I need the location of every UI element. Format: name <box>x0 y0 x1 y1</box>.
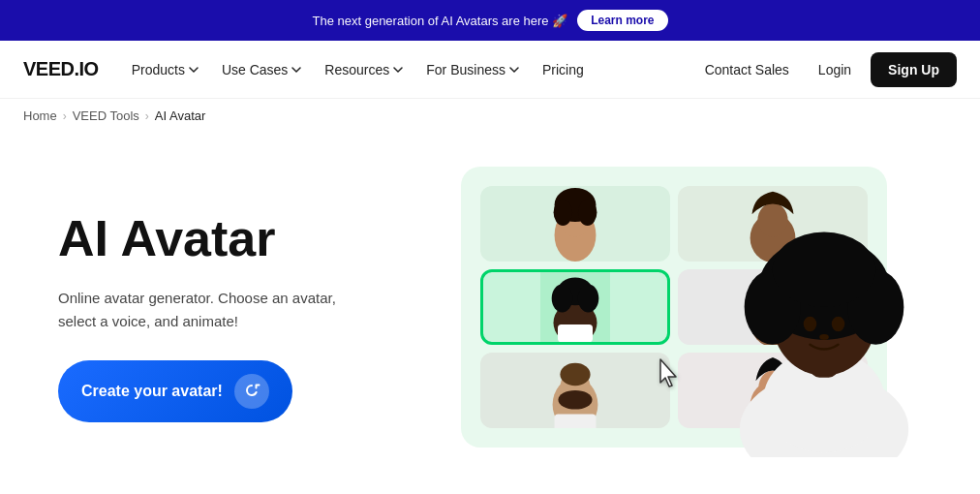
svg-rect-25 <box>555 414 597 428</box>
svg-point-23 <box>560 363 590 386</box>
avatar-cell-1 <box>480 186 670 262</box>
main-avatar-person <box>713 157 935 457</box>
nav-pricing[interactable]: Pricing <box>533 54 594 85</box>
svg-point-5 <box>578 200 597 226</box>
avatar-person-5 <box>480 353 670 428</box>
top-banner: The next generation of AI Avatars are he… <box>0 0 980 41</box>
avatar-person-1 <box>480 186 670 262</box>
nav-products[interactable]: Products <box>122 54 208 85</box>
navbar: VEED.IO Products Use Cases Resources For… <box>0 41 980 99</box>
avatar-person-3 <box>483 272 667 342</box>
svg-point-40 <box>819 334 829 340</box>
create-avatar-button[interactable]: Create your avatar! <box>58 360 292 422</box>
hero-description: Online avatar generator. Choose an avata… <box>58 287 349 333</box>
nav-right: Contact Sales Login Sign Up <box>695 52 957 87</box>
svg-point-24 <box>558 390 592 410</box>
avatar-cell-3-highlighted <box>480 269 670 345</box>
chevron-down-icon <box>189 65 199 75</box>
svg-rect-15 <box>558 324 593 342</box>
logo[interactable]: VEED.IO <box>23 58 99 80</box>
svg-point-4 <box>554 200 573 226</box>
signup-button[interactable]: Sign Up <box>871 52 957 87</box>
hero-left: AI Avatar Online avatar generator. Choos… <box>58 211 387 421</box>
nav-use-cases[interactable]: Use Cases <box>212 54 311 85</box>
breadcrumb: Home › VEED Tools › AI Avatar <box>0 99 980 133</box>
avatar-cell-5 <box>480 353 670 428</box>
breadcrumb-sep-2: › <box>145 109 149 123</box>
svg-point-38 <box>804 317 817 332</box>
breadcrumb-sep-1: › <box>63 109 67 123</box>
svg-point-14 <box>578 285 599 313</box>
breadcrumb-ai-avatar[interactable]: AI Avatar <box>155 108 206 123</box>
contact-sales-link[interactable]: Contact Sales <box>695 54 799 85</box>
chevron-down-icon <box>291 65 301 75</box>
cursor-icon <box>655 357 686 399</box>
nav-for-business[interactable]: For Business <box>416 54 529 85</box>
hero-title: AI Avatar <box>58 211 387 266</box>
avatar-large <box>713 157 935 457</box>
learn-more-button[interactable]: Learn more <box>577 10 667 31</box>
breadcrumb-home[interactable]: Home <box>23 108 57 123</box>
nav-resources[interactable]: Resources <box>315 54 413 85</box>
breadcrumb-veed-tools[interactable]: VEED Tools <box>73 108 139 123</box>
svg-point-39 <box>832 317 845 332</box>
refresh-icon <box>234 374 269 409</box>
nav-links: Products Use Cases Resources For Busines… <box>122 54 695 85</box>
svg-point-37 <box>773 232 876 308</box>
hero-section: AI Avatar Online avatar generator. Choos… <box>0 133 980 494</box>
chevron-down-icon <box>393 65 403 75</box>
chevron-down-icon <box>509 65 519 75</box>
svg-point-13 <box>552 285 573 313</box>
hero-right <box>445 167 922 467</box>
banner-text: The next generation of AI Avatars are he… <box>312 14 567 28</box>
login-button[interactable]: Login <box>807 54 863 85</box>
